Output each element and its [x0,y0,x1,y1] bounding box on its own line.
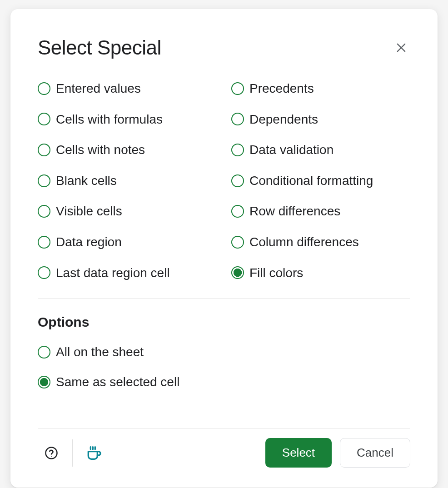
radio-icon [231,113,244,125]
radio-all-on-sheet[interactable]: All on the sheet [38,344,410,360]
select-special-dialog: Select Special Entered values Precedents… [10,9,438,488]
radio-cells-with-notes[interactable]: Cells with notes [38,142,217,158]
radio-label: Entered values [56,81,141,96]
radio-icon [38,144,50,156]
radio-icon [231,266,244,279]
footer-left [38,439,107,467]
radio-row-differences[interactable]: Row differences [231,204,410,219]
radio-icon [231,82,244,95]
radio-last-data-region-cell[interactable]: Last data region cell [38,265,217,281]
radio-label: Dependents [249,112,318,127]
radio-label: Same as selected cell [56,374,179,390]
radio-icon [38,266,50,279]
close-icon [395,41,408,54]
radio-icon [38,174,50,187]
radio-icon [231,144,244,156]
options-heading: Options [38,314,410,330]
radio-label: Conditional formatting [249,173,373,189]
help-icon [45,446,58,460]
radio-icon [231,174,244,187]
footer-separator [72,439,73,467]
buy-coffee-button[interactable] [80,439,107,467]
cancel-button[interactable]: Cancel [340,438,410,468]
radio-visible-cells[interactable]: Visible cells [38,204,217,219]
radio-icon [231,205,244,218]
radio-same-as-selected-cell[interactable]: Same as selected cell [38,374,410,390]
footer-right: Select Cancel [265,438,410,468]
svg-point-2 [46,447,57,458]
close-button[interactable] [392,39,410,57]
radio-cells-with-formulas[interactable]: Cells with formulas [38,112,217,127]
radio-dependents[interactable]: Dependents [231,112,410,127]
radio-label: All on the sheet [56,344,144,360]
options-group: All on the sheet Same as selected cell [38,344,410,389]
radio-label: Precedents [249,81,314,96]
radio-precedents[interactable]: Precedents [231,81,410,96]
radio-label: Cells with notes [56,142,145,158]
divider [38,299,410,299]
radio-label: Data region [56,234,122,250]
radio-icon [38,376,50,388]
select-button[interactable]: Select [265,438,332,468]
radio-label: Column differences [249,234,359,250]
help-button[interactable] [38,439,65,467]
radio-label: Cells with formulas [56,112,163,127]
radio-icon [38,113,50,125]
svg-point-3 [51,456,52,457]
radio-data-validation[interactable]: Data validation [231,142,410,158]
radio-fill-colors[interactable]: Fill colors [231,265,410,281]
coffee-icon [85,444,103,462]
radio-label: Data validation [249,142,334,158]
radio-data-region[interactable]: Data region [38,234,217,250]
radio-label: Row differences [249,204,340,219]
radio-label: Blank cells [56,173,117,189]
radio-blank-cells[interactable]: Blank cells [38,173,217,189]
dialog-header: Select Special [38,36,410,59]
radio-icon [231,236,244,249]
radio-entered-values[interactable]: Entered values [38,81,217,96]
radio-icon [38,346,50,359]
radio-icon [38,205,50,218]
dialog-footer: Select Cancel [38,428,410,468]
radio-label: Visible cells [56,204,122,219]
radio-label: Fill colors [249,265,303,281]
radio-label: Last data region cell [56,265,170,281]
selection-type-group: Entered values Precedents Cells with for… [38,81,410,280]
radio-conditional-formatting[interactable]: Conditional formatting [231,173,410,189]
dialog-title: Select Special [38,36,161,59]
radio-column-differences[interactable]: Column differences [231,234,410,250]
radio-icon [38,236,50,249]
radio-icon [38,82,50,95]
